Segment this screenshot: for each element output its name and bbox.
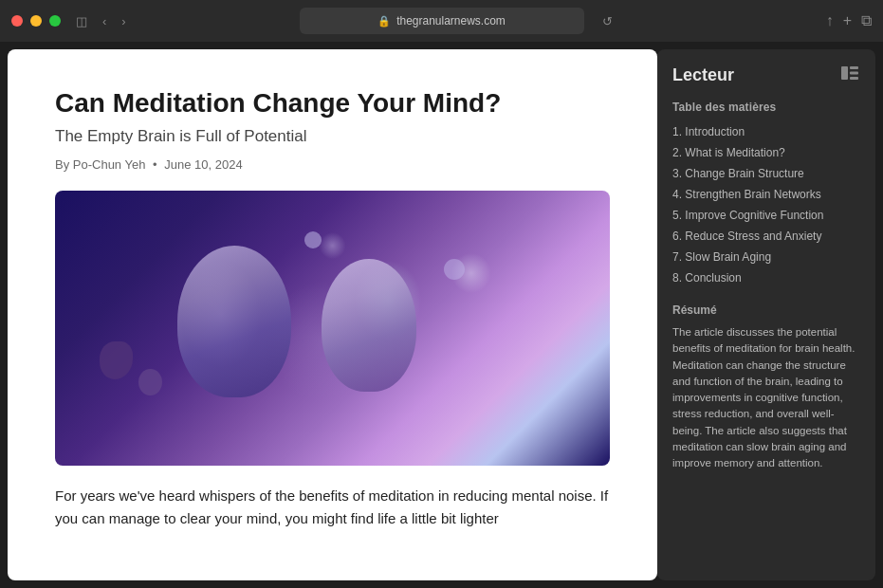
back-button[interactable]: ‹ — [99, 12, 110, 30]
toc-section: Table des matières 1. Introduction2. Wha… — [672, 101, 860, 288]
resume-text: The article discusses the potential bene… — [672, 324, 860, 471]
resume-heading: Résumé — [672, 303, 860, 317]
main-area: Can Meditation Change Your Mind? The Emp… — [0, 42, 883, 588]
byline-dot: • — [153, 157, 157, 172]
toolbar-left: ◫ ‹ › — [72, 12, 130, 30]
article-title: Can Meditation Change Your Mind? — [55, 87, 610, 119]
article-subtitle: The Empty Brain is Full of Potential — [55, 127, 610, 146]
byline-author: By Po-Chun Yeh — [55, 157, 145, 172]
maximize-button[interactable] — [49, 15, 61, 27]
toolbar-right: ↑ + ⧉ — [826, 12, 872, 29]
forward-button[interactable]: › — [118, 12, 129, 30]
sidebar-toggle-button[interactable]: ◫ — [72, 12, 91, 30]
article-panel[interactable]: Can Meditation Change Your Mind? The Emp… — [8, 49, 657, 580]
reader-view-toggle-button[interactable] — [839, 64, 860, 85]
toc-item[interactable]: 3. Change Brain Structure — [672, 163, 860, 184]
lock-icon: 🔒 — [377, 15, 391, 28]
toc-item[interactable]: 6. Reduce Stress and Anxiety — [672, 226, 860, 247]
face-silhouette-1 — [177, 246, 291, 397]
toc-item[interactable]: 5. Improve Cognitive Function — [672, 205, 860, 226]
svg-rect-0 — [841, 66, 848, 80]
share-button[interactable]: ↑ — [826, 12, 834, 29]
url-text: thegranularnews.com — [396, 14, 506, 28]
blob-4 — [444, 259, 465, 280]
new-tab-button[interactable]: + — [843, 12, 852, 29]
toc-item[interactable]: 1. Introduction — [672, 121, 860, 142]
toc-heading: Table des matières — [672, 101, 860, 114]
close-button[interactable] — [11, 15, 23, 27]
blob-2 — [138, 369, 162, 395]
reader-panel: Lecteur Table des matières 1. Introducti… — [657, 49, 875, 580]
toc-list: 1. Introduction2. What is Meditation?3. … — [672, 121, 860, 288]
reload-button[interactable]: ↺ — [602, 14, 613, 28]
minimize-button[interactable] — [30, 15, 42, 27]
toc-item[interactable]: 8. Conclusion — [672, 267, 860, 288]
reader-panel-title: Lecteur — [672, 65, 734, 85]
toc-item[interactable]: 7. Slow Brain Aging — [672, 247, 860, 267]
svg-rect-3 — [850, 77, 858, 80]
svg-rect-1 — [850, 66, 858, 69]
svg-rect-2 — [850, 72, 858, 75]
toc-item[interactable]: 2. What is Meditation? — [672, 142, 860, 163]
article-preview-text: For years we've heard whispers of the be… — [55, 485, 610, 530]
byline-date: June 10, 2024 — [164, 157, 242, 172]
face-silhouette-2 — [322, 259, 416, 392]
toc-item[interactable]: 4. Strengthen Brain Networks — [672, 184, 860, 205]
windows-button[interactable]: ⧉ — [861, 12, 872, 29]
article-byline: By Po-Chun Yeh • June 10, 2024 — [55, 157, 610, 172]
titlebar: ◫ ‹ › 🔒 thegranularnews.com ↺ ↑ + ⧉ — [0, 0, 883, 42]
traffic-lights — [11, 15, 61, 27]
reader-header: Lecteur — [672, 64, 860, 85]
resume-section: Résumé The article discusses the potenti… — [672, 303, 860, 471]
article-image — [55, 191, 610, 466]
address-bar[interactable]: 🔒 thegranularnews.com ↺ — [300, 8, 584, 34]
